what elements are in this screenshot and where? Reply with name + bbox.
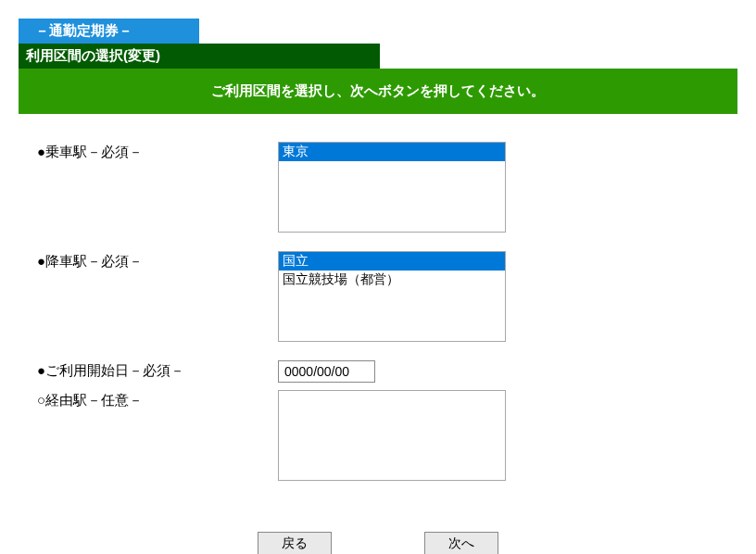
boarding-label: ●乗車駅－必須－ [37,142,278,161]
alighting-label-text: 降車駅－必須－ [45,253,143,269]
instruction-bar: ご利用区間を選択し、次へボタンを押してください。 [19,69,737,114]
main-tab[interactable]: －通勤定期券－ [19,19,199,44]
boarding-row: ●乗車駅－必須－ 東京 [37,142,719,233]
bullet-icon: ● [37,362,45,378]
boarding-listbox[interactable]: 東京 [278,142,506,233]
subtab-row: 利用区間の選択(変更) [19,44,737,69]
circle-icon: ○ [37,392,45,408]
start-date-input[interactable] [278,360,375,383]
back-button[interactable]: 戻る [258,532,332,554]
listbox-option[interactable]: 東京 [279,143,505,161]
form-area: ●乗車駅－必須－ 東京 ●降車駅－必須－ 国立国立競技場（都営） ●ご利用開始日… [19,114,737,513]
subtab-title: 利用区間の選択(変更) [19,44,380,69]
bullet-icon: ● [37,253,45,269]
boarding-label-text: 乗車駅－必須－ [45,144,143,159]
tab-row: －通勤定期券－ [19,19,737,44]
listbox-option[interactable]: 国立 [279,252,505,271]
next-button[interactable]: 次へ [424,532,498,554]
bullet-icon: ● [37,144,45,159]
alighting-row: ●降車駅－必須－ 国立国立競技場（都営） [37,251,719,342]
button-row: 戻る 次へ [19,513,737,554]
start-date-row: ●ご利用開始日－必須－ [37,360,719,383]
via-listbox[interactable] [278,390,506,481]
page-container: －通勤定期券－ 利用区間の選択(変更) ご利用区間を選択し、次へボタンを押してく… [0,0,756,554]
start-date-label-text: ご利用開始日－必須－ [45,362,184,378]
via-row: ○経由駅－任意－ [37,390,719,481]
listbox-option[interactable]: 国立競技場（都営） [279,271,505,289]
via-label-text: 経由駅－任意－ [45,392,143,408]
alighting-label: ●降車駅－必須－ [37,251,278,271]
alighting-listbox[interactable]: 国立国立競技場（都営） [278,251,506,342]
start-date-label: ●ご利用開始日－必須－ [37,360,278,380]
via-label: ○経由駅－任意－ [37,390,278,409]
